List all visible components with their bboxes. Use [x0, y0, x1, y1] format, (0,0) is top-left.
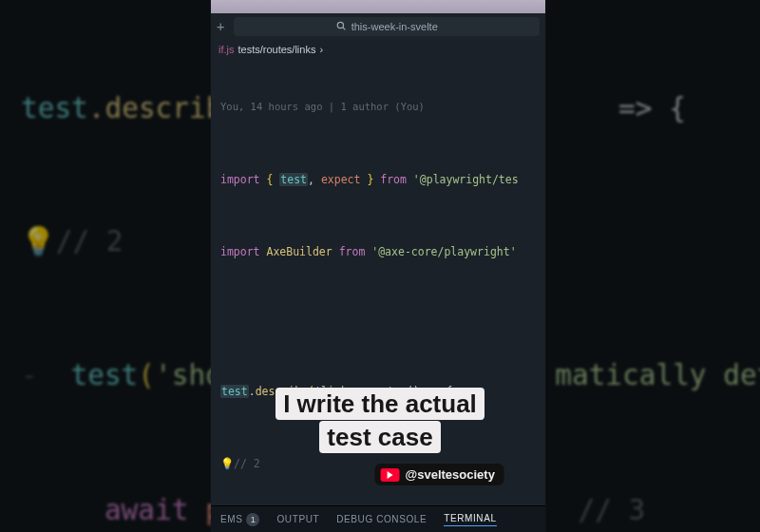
command-center[interactable]: this-week-in-svelte — [234, 17, 540, 36]
search-icon — [336, 21, 346, 32]
social-handle: @sveltesociety — [406, 467, 495, 482]
caption-overlay: I write the actualtest case — [233, 388, 527, 454]
breadcrumb-file: if.js — [218, 44, 235, 55]
code-line: import { test, expect } from '@playwrigh… — [220, 171, 545, 189]
problems-badge: 1 — [246, 513, 259, 526]
panel-tabs: EMS1 OUTPUT DEBUG CONSOLE TERMINAL — [211, 505, 545, 532]
project-title: this-week-in-svelte — [352, 21, 438, 32]
macos-header — [211, 0, 545, 13]
tab-problems[interactable]: EMS1 — [220, 513, 259, 526]
breadcrumb-chevron-icon: › — [319, 44, 323, 55]
social-badge: @sveltesociety — [375, 464, 504, 485]
youtube-icon — [381, 468, 400, 482]
tab-output[interactable]: OUTPUT — [276, 514, 319, 524]
svg-line-1 — [343, 28, 346, 30]
breadcrumb[interactable]: if.js tests/routes/links › — [211, 40, 545, 59]
titlebar: + this-week-in-svelte — [211, 13, 545, 40]
code-line: import AxeBuilder from '@axe-core/playwr… — [220, 243, 545, 261]
tab-debug-console[interactable]: DEBUG CONSOLE — [336, 514, 427, 524]
lightbulb-icon[interactable]: 💡 — [220, 457, 234, 470]
codelens[interactable]: You, 14 hours ago | 1 author (You) — [220, 99, 545, 115]
tab-terminal[interactable]: TERMINAL — [444, 513, 496, 526]
caption-text: I write the actualtest case — [276, 388, 484, 453]
new-tab-button[interactable]: + — [217, 19, 224, 34]
svg-point-0 — [337, 22, 343, 28]
breadcrumb-path: tests/routes/links — [238, 44, 316, 55]
